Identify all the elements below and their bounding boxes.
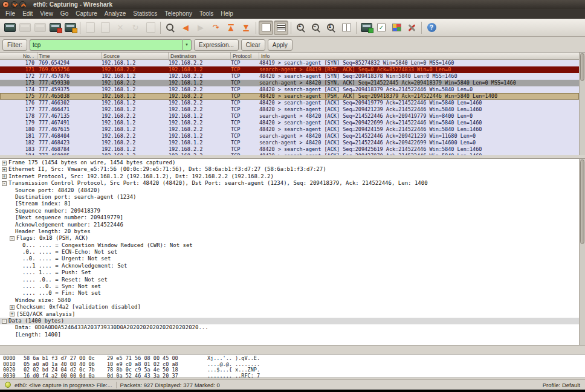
- detail-line[interactable]: Sequence number: 209418379: [0, 208, 579, 214]
- close-window-icon[interactable]: [2, 1, 9, 8]
- reload-capture-file-button[interactable]: ↻: [128, 21, 143, 35]
- detail-line[interactable]: .... ...0 = Fin: Not set: [0, 290, 579, 297]
- packet-row[interactable]: 179777.467491192.168.1.2192.168.2.2TCP48…: [0, 120, 579, 126]
- packet-row[interactable]: 183777.468784192.168.1.2192.168.2.2TCP48…: [0, 146, 579, 153]
- close-capture-file-button[interactable]: ✕: [113, 21, 128, 35]
- column-header-proto[interactable]: Protocol: [231, 53, 259, 59]
- capture-options-button[interactable]: [18, 21, 32, 35]
- detail-line[interactable]: +Internet Protocol, Src: 192.168.1.2 (19…: [0, 173, 579, 180]
- detail-line[interactable]: +Checksum: 0xf4a2 [validation disabled]: [0, 304, 579, 310]
- display-filter-button[interactable]: ✓: [374, 21, 389, 35]
- details-scrollbar-thumb[interactable]: [580, 159, 584, 244]
- packet-row[interactable]: 170769.654294192.168.1.2192.168.2.2TCP48…: [0, 60, 579, 66]
- restart-capture-button[interactable]: [63, 21, 77, 35]
- packet-row[interactable]: 174777.459375192.168.1.2192.168.2.2TCP48…: [0, 86, 579, 93]
- detail-line[interactable]: [Length: 1400]: [0, 332, 579, 338]
- find-packet-button[interactable]: [163, 21, 178, 35]
- pane-splitter-bottom[interactable]: [0, 345, 585, 354]
- maximize-window-icon[interactable]: [19, 1, 26, 8]
- detail-line[interactable]: -Transmission Control Protocol, Src Port…: [0, 180, 579, 187]
- detail-line[interactable]: -Flags: 0x18 (PSH, ACK): [0, 235, 579, 242]
- packet-row[interactable]: 181777.468404192.168.2.2192.168.1.2TCPse…: [0, 133, 579, 140]
- detail-line[interactable]: Data: 0D0A0D0A5246433A203739330D0A202020…: [0, 324, 579, 331]
- detail-line[interactable]: .... 1... = Push: Set: [0, 269, 579, 276]
- filter-input[interactable]: [30, 39, 182, 51]
- column-header-info[interactable]: Info: [259, 53, 579, 59]
- capture-filter-button[interactable]: [359, 21, 373, 35]
- auto-scroll-live-button[interactable]: [274, 21, 288, 35]
- detail-line[interactable]: Acknowledgement number: 214522446: [0, 222, 579, 228]
- packet-row[interactable]: 173777.459330192.168.2.2192.168.1.2TCPse…: [0, 80, 579, 86]
- zoom-100-button[interactable]: 1: [324, 21, 338, 35]
- menu-item-analyze[interactable]: Analyze: [101, 9, 130, 19]
- details-scrollbar[interactable]: [579, 159, 585, 345]
- expand-icon[interactable]: +: [2, 174, 7, 179]
- detail-line[interactable]: Window size: 5840: [0, 297, 579, 304]
- go-to-top-button[interactable]: ▲: [224, 21, 238, 35]
- packet-row[interactable]: 182777.468423192.168.2.2192.168.1.2TCPse…: [0, 140, 579, 146]
- minimize-window-icon[interactable]: [11, 1, 18, 8]
- stop-capture-button[interactable]: [48, 21, 62, 35]
- packet-row[interactable]: 176777.466302192.168.1.2192.168.2.2TCP48…: [0, 100, 579, 106]
- expand-icon[interactable]: +: [2, 161, 7, 165]
- packet-list-scrollbar-thumb[interactable]: [580, 53, 584, 81]
- packet-row[interactable]: 178777.467135192.168.2.2192.168.1.2TCPse…: [0, 113, 579, 120]
- detail-line[interactable]: .... .0.. = Reset: Not set: [0, 277, 579, 283]
- collapse-icon[interactable]: -: [2, 319, 7, 324]
- collapse-icon[interactable]: -: [10, 236, 15, 241]
- filter-dropdown-button[interactable]: ▼: [182, 39, 192, 51]
- zoom-out-button[interactable]: −: [309, 21, 323, 35]
- detail-line[interactable]: .0.. .... = ECN-Echo: Not set: [0, 249, 579, 255]
- packet-row[interactable]: 171769.655756192.168.2.2192.168.1.2TCPse…: [0, 66, 579, 73]
- save-capture-file-button[interactable]: [98, 21, 112, 35]
- packet-row[interactable]: 175777.465038192.168.1.2192.168.2.2TCP48…: [0, 93, 579, 100]
- resize-columns-button[interactable]: [339, 21, 354, 35]
- menu-item-file[interactable]: File: [2, 9, 19, 19]
- packet-row[interactable]: 177777.466471192.168.1.2192.168.2.2TCP48…: [0, 106, 579, 113]
- column-header-time[interactable]: Time: [37, 53, 102, 59]
- collapse-icon[interactable]: -: [2, 181, 7, 186]
- menu-item-go[interactable]: Go: [57, 9, 72, 19]
- coloring-rules-button[interactable]: [389, 21, 404, 35]
- print-packet-button[interactable]: [143, 21, 158, 35]
- detail-line[interactable]: [Stream index: 8]: [0, 201, 579, 207]
- open-capture-file-button[interactable]: [83, 21, 97, 35]
- detail-line[interactable]: Source port: 48420 (48420): [0, 187, 579, 194]
- packet-row[interactable]: 180777.467615192.168.1.2192.168.2.2TCP48…: [0, 126, 579, 133]
- detail-line[interactable]: Header length: 20 bytes: [0, 228, 579, 235]
- filter-label-button[interactable]: Filter:: [2, 39, 27, 51]
- zoom-in-button[interactable]: +: [294, 21, 308, 35]
- column-header-dst[interactable]: Destination: [169, 53, 231, 59]
- menu-item-capture[interactable]: Capture: [72, 9, 101, 19]
- detail-line[interactable]: ..0. .... = Urgent: Not set: [0, 255, 579, 262]
- detail-line[interactable]: [Next sequence number: 209419779]: [0, 214, 579, 221]
- menu-item-view[interactable]: View: [36, 9, 57, 19]
- detail-line[interactable]: +[SEQ/ACK analysis]: [0, 311, 579, 318]
- expand-icon[interactable]: +: [2, 167, 7, 172]
- go-to-bottom-button[interactable]: ▼: [239, 21, 253, 35]
- menu-item-tools[interactable]: Tools: [196, 9, 217, 19]
- preferences-button[interactable]: [404, 21, 419, 35]
- detail-line[interactable]: +Ethernet II, Src: Vmware_e5:71:56 (00:0…: [0, 166, 579, 173]
- menu-item-edit[interactable]: Edit: [19, 9, 36, 19]
- detail-line[interactable]: -Data (1400 bytes): [0, 318, 579, 324]
- packet-list-scrollbar[interactable]: [579, 53, 585, 155]
- expand-icon[interactable]: +: [10, 312, 15, 316]
- detail-line[interactable]: Destination port: search-agent (1234): [0, 194, 579, 201]
- detail-line[interactable]: ...1 .... = Acknowledgement: Set: [0, 263, 579, 269]
- expression-button[interactable]: Expression...: [194, 39, 239, 51]
- expand-icon[interactable]: +: [10, 305, 15, 310]
- clear-button[interactable]: Clear: [241, 39, 265, 51]
- menu-item-telephony[interactable]: Telephony: [161, 9, 196, 19]
- colorize-packet-list-button[interactable]: [259, 21, 273, 35]
- column-header-no[interactable]: No. .: [0, 53, 37, 59]
- detail-line[interactable]: 0... .... = Congestion Window Reduced (C…: [0, 242, 579, 249]
- detail-line[interactable]: .... ..0. = Syn: Not set: [0, 283, 579, 290]
- go-back-button[interactable]: ◀: [178, 21, 193, 35]
- go-forward-button[interactable]: ▶: [193, 21, 208, 35]
- hex-row[interactable]: 003016 d0 f4 a2 00 00 0d 0a0d 0a 52 46 4…: [3, 373, 585, 379]
- start-capture-button[interactable]: [33, 21, 47, 35]
- apply-button[interactable]: Apply: [268, 39, 292, 51]
- help-button[interactable]: ?: [424, 21, 439, 35]
- column-header-src[interactable]: Source: [102, 53, 169, 59]
